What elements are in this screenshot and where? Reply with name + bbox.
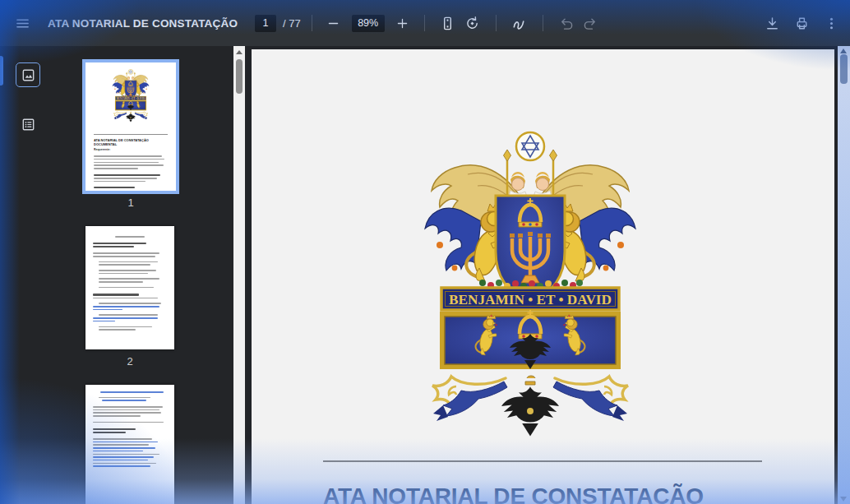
thumbnail-coat-of-arms — [109, 67, 152, 123]
thumbnail1-title: ATA NOTARIAL DE CONSTATAÇÃO DOCUMENTAL — [94, 138, 168, 146]
hamburger-icon — [15, 16, 30, 31]
toolbar-divider — [312, 15, 312, 31]
thumbnail-page-2[interactable] — [85, 226, 174, 349]
document-title: ATA NOTARIAL DE CONSTATAÇÃO ... — [48, 17, 241, 30]
page-horizontal-rule — [323, 460, 762, 462]
thumbnail-list: ATA NOTARIAL DE CONSTATAÇÃO DOCUMENTAL R… — [53, 46, 233, 504]
redo-button[interactable] — [579, 11, 603, 35]
sidebar-scrollbar[interactable] — [233, 46, 245, 504]
menu-button[interactable] — [10, 11, 35, 35]
ink-squiggle-icon — [511, 16, 527, 31]
scroll-up-arrow[interactable] — [840, 49, 847, 53]
download-button[interactable] — [760, 11, 784, 35]
thumbnail1-subtitle: Requerente: — [94, 148, 168, 151]
undo-button[interactable] — [554, 11, 579, 35]
sidebar: ATA NOTARIAL DE CONSTATAÇÃO DOCUMENTAL R… — [0, 46, 247, 504]
thumbnail-page-1[interactable]: ATA NOTARIAL DE CONSTATAÇÃO DOCUMENTAL R… — [85, 62, 176, 191]
zoom-out-button[interactable] — [323, 12, 344, 34]
zoom-in-button[interactable] — [392, 12, 413, 34]
more-options-button[interactable] — [819, 11, 843, 35]
sidebar-rail — [0, 46, 53, 504]
scroll-up-arrow[interactable] — [236, 50, 243, 54]
outline-list-icon — [21, 117, 36, 132]
toolbar-divider — [424, 15, 425, 31]
benjamin-et-david-coat-of-arms — [407, 122, 654, 442]
plus-icon — [395, 16, 409, 30]
fit-to-page-icon — [440, 16, 455, 31]
document-viewport: ATA NOTARIAL DE CONSTATAÇÃO — [247, 46, 850, 504]
download-icon — [765, 16, 780, 31]
page-count-label: / 77 — [283, 17, 301, 30]
sidebar-scrollbar-thumb[interactable] — [236, 59, 243, 94]
draw-annotate-button[interactable] — [507, 11, 532, 35]
main-scrollbar-thumb[interactable] — [840, 54, 848, 84]
document-outline-panel-button[interactable] — [16, 112, 40, 136]
fit-to-page-button[interactable] — [436, 11, 460, 35]
thumbnails-icon — [21, 67, 36, 83]
selected-panel-indicator — [0, 56, 3, 86]
main-scrollbar[interactable] — [838, 46, 850, 504]
minus-icon — [326, 16, 340, 30]
rotate-button[interactable] — [460, 11, 485, 35]
pdf-page-1: ATA NOTARIAL DE CONSTATAÇÃO — [252, 49, 834, 504]
thumbnail1-text-lines — [94, 155, 168, 191]
thumbnail-page-number: 2 — [85, 355, 174, 368]
print-icon — [794, 16, 810, 31]
pdf-toolbar: ATA NOTARIAL DE CONSTATAÇÃO ... / 77 89% — [0, 0, 850, 46]
scroll-down-arrow[interactable] — [840, 497, 847, 502]
page-heading: ATA NOTARIAL DE CONSTATAÇÃO — [323, 483, 704, 504]
redo-icon — [583, 16, 598, 31]
rotate-icon — [464, 16, 480, 31]
thumbnail-page-number: 1 — [85, 197, 176, 209]
more-vertical-icon — [824, 16, 839, 31]
toolbar-divider — [543, 15, 543, 31]
toolbar-divider — [496, 15, 497, 31]
thumbnail3-text-lines — [85, 385, 174, 467]
page-number-input[interactable] — [255, 15, 276, 32]
pdf-viewer-window: ATA NOTARIAL DE CONSTATAÇÃO ... / 77 89% — [0, 0, 850, 504]
thumbnails-panel-button[interactable] — [16, 62, 40, 87]
undo-icon — [558, 16, 574, 31]
print-button[interactable] — [789, 11, 814, 35]
thumbnail2-text-lines — [85, 226, 174, 331]
zoom-level-value[interactable]: 89% — [352, 15, 385, 32]
thumbnail-page-3[interactable] — [85, 385, 174, 504]
